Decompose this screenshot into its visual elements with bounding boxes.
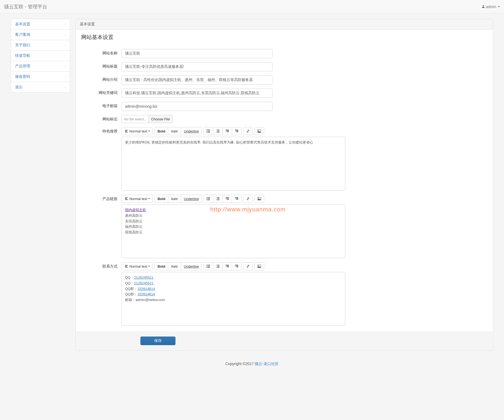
image-button[interactable]: [255, 127, 264, 135]
svg-rect-54: [227, 267, 229, 267]
svg-rect-1: [208, 130, 210, 130]
file-input-wrap: No file select... Choose File: [122, 115, 173, 123]
sidebar-item-label: 关于我们: [15, 43, 30, 48]
contact-line-label: QQ：: [125, 275, 134, 279]
save-button[interactable]: 保存: [140, 337, 175, 345]
svg-point-0: [206, 130, 207, 130]
indent-button[interactable]: [232, 127, 241, 135]
svg-rect-51: [217, 267, 219, 268]
indent-button[interactable]: [232, 262, 241, 270]
svg-rect-13: [227, 131, 229, 131]
underline-button[interactable]: Underline: [181, 195, 202, 202]
svg-rect-23: [208, 198, 210, 199]
format-dropdown[interactable]: Normal text: [122, 127, 153, 135]
sidebar-item-logout[interactable]: 退出›: [11, 82, 70, 92]
list-ol-button[interactable]: 123: [213, 262, 223, 270]
contact-editor[interactable]: QQ：2126245521 QQ：2126245521 QQ群：33391461…: [122, 272, 345, 326]
contact-qqgroup-link[interactable]: 333914614: [137, 292, 155, 296]
link-button[interactable]: [243, 127, 253, 135]
user-label: admin: [486, 5, 496, 9]
outdent-button[interactable]: [223, 195, 232, 202]
sidebar-item-label: 退出: [15, 85, 23, 90]
sidebar-item-product-mgmt[interactable]: 产品管理›: [11, 61, 70, 72]
link-button[interactable]: [243, 195, 253, 202]
page-footer: Copyright ©2017 骚云-龙口社区: [0, 356, 504, 372]
sidebar-item-quick-nav[interactable]: 快速导航›: [11, 51, 70, 61]
svg-rect-15: [235, 130, 238, 130]
email-input[interactable]: [122, 102, 272, 111]
products-editor[interactable]: 国内虚拟主机 惠州高防云 东莞高防云 福州高防云 双线高防云: [122, 204, 345, 258]
user-menu[interactable]: admin: [482, 5, 500, 9]
svg-point-44: [206, 267, 207, 268]
sidebar-item-basic-settings[interactable]: 基本设置›: [11, 19, 70, 30]
site-title-label: 网站标题: [81, 62, 122, 69]
svg-point-2: [206, 131, 207, 132]
sidebar-item-customer-cases[interactable]: 客户案例›: [11, 30, 70, 40]
file-input-text: No file select...: [122, 115, 148, 123]
contact-line-label: QQ：: [125, 281, 134, 285]
italic-button[interactable]: Italic: [168, 262, 181, 270]
caret-down-icon: [498, 6, 500, 7]
sidebar-item-about-us[interactable]: 关于我们›: [11, 40, 70, 51]
svg-text:3: 3: [216, 199, 217, 201]
outdent-button[interactable]: [223, 127, 232, 135]
contact-qq-link[interactable]: 2126245521: [134, 281, 153, 285]
underline-button[interactable]: Underline: [181, 262, 202, 270]
svg-rect-41: [208, 265, 210, 265]
footer-copyright: Copyright ©2017: [225, 362, 255, 366]
svg-point-42: [206, 266, 207, 267]
bold-button[interactable]: Bold: [155, 127, 168, 135]
list-ul-button[interactable]: [204, 262, 213, 270]
site-title-input[interactable]: [122, 62, 272, 71]
format-dropdown[interactable]: Normal text: [122, 195, 153, 202]
caret-down-icon: [148, 198, 150, 199]
product-link[interactable]: 国内虚拟主机: [125, 208, 146, 212]
contact-qqgroup-link[interactable]: 333914614: [137, 287, 155, 291]
svg-rect-31: [217, 200, 219, 200]
svg-rect-34: [227, 199, 229, 200]
chevron-right-icon: ›: [65, 43, 66, 47]
footer-link[interactable]: 骚云-龙口社区: [255, 362, 279, 366]
featured-label: 特色推荐: [81, 127, 122, 134]
featured-editor[interactable]: 更少的维护时间, 更稳定的性能和更完美的在线率. 我们以高在线率为豪. 贴心的管…: [122, 137, 345, 191]
list-ul-button[interactable]: [204, 195, 213, 202]
svg-rect-32: [226, 197, 229, 198]
svg-rect-56: [236, 266, 238, 266]
site-desc-input[interactable]: [122, 75, 272, 85]
list-ol-button[interactable]: 123: [213, 127, 223, 135]
choose-file-button[interactable]: Choose File: [148, 115, 172, 123]
site-name-input[interactable]: [122, 49, 272, 58]
underline-button[interactable]: Underline: [181, 127, 202, 135]
svg-rect-17: [236, 132, 238, 132]
site-keywords-input[interactable]: [122, 89, 272, 98]
chevron-right-icon: ›: [65, 75, 66, 79]
italic-button[interactable]: Italic: [168, 195, 181, 202]
contact-label: 联系方式: [81, 262, 122, 269]
format-dropdown[interactable]: Normal text: [122, 262, 153, 270]
list-ol-button[interactable]: 123: [213, 195, 223, 202]
indent-button[interactable]: [232, 195, 241, 202]
italic-button[interactable]: Italic: [168, 127, 181, 135]
image-button[interactable]: [255, 195, 264, 202]
svg-rect-53: [227, 266, 229, 266]
svg-rect-55: [235, 265, 238, 265]
outdent-button[interactable]: [223, 262, 232, 270]
svg-point-39: [258, 198, 259, 199]
contact-qq-link[interactable]: 2126245521: [134, 275, 153, 279]
bold-button[interactable]: Bold: [155, 262, 168, 270]
image-button[interactable]: [255, 262, 264, 270]
bold-button[interactable]: Bold: [155, 195, 168, 202]
product-line: 福州高防云: [125, 225, 143, 229]
svg-rect-9: [217, 131, 219, 131]
sidebar-item-change-password[interactable]: 修改密码›: [11, 72, 70, 82]
navbar-brand[interactable]: 骚云互联 - 管理平台: [4, 4, 47, 10]
email-label: 电子邮箱: [81, 102, 122, 108]
chevron-right-icon: ›: [65, 54, 66, 58]
svg-rect-3: [208, 131, 210, 131]
sidebar-item-label: 产品管理: [15, 64, 30, 69]
svg-point-4: [206, 132, 207, 133]
breadcrumb: 基本设置: [76, 19, 493, 30]
link-button[interactable]: [243, 262, 253, 270]
list-ul-button[interactable]: [204, 127, 213, 135]
svg-rect-43: [208, 266, 210, 267]
